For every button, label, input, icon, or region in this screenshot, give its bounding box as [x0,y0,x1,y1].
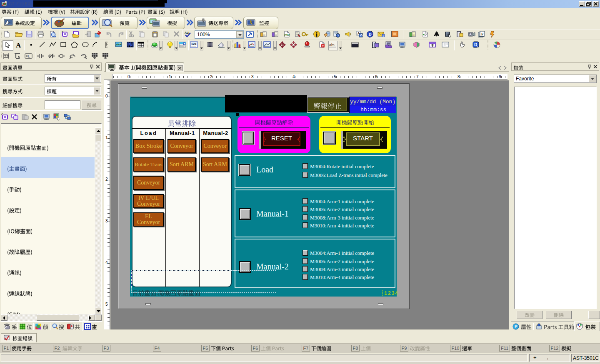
svg-text:123: 123 [191,42,196,45]
svg-text:D: D [369,32,372,37]
svg-text:CSV: CSV [284,34,290,37]
svg-text:F: F [481,32,484,36]
svg-text:P: P [515,324,518,329]
svg-text:c: c [333,42,335,46]
svg-text:A: A [16,41,21,49]
svg-text:s: s [477,45,478,48]
svg-text:ab: ab [329,43,333,47]
svg-text:L: L [28,54,30,58]
svg-text:S: S [382,34,385,37]
